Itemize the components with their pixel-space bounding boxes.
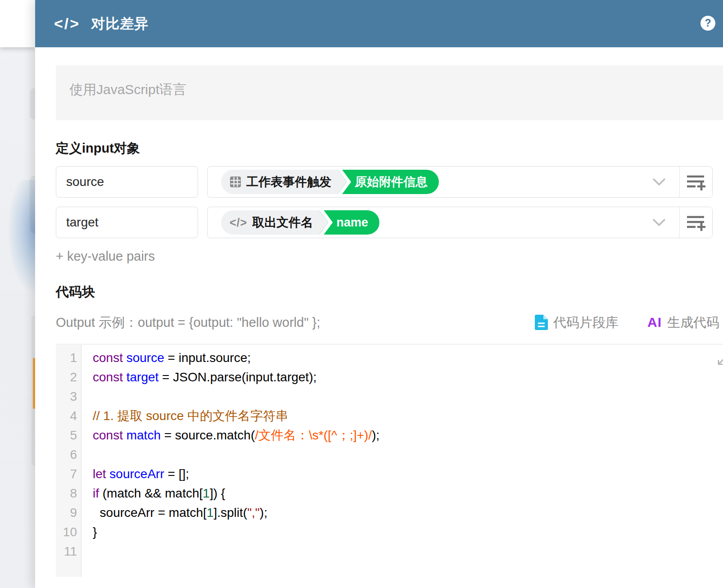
- section-title-code-block: 代码块: [56, 284, 723, 300]
- line-number: 10: [56, 522, 81, 542]
- code-token-keyword: let: [93, 467, 109, 481]
- background-page: [0, 0, 35, 588]
- variable-tag[interactable]: </> 取出文件名 name: [221, 210, 380, 235]
- value-select-source[interactable]: 工作表事件触发 原始附件信息: [207, 166, 713, 198]
- code-block-toolbar-row: Output 示例：output = {output: "hello world…: [56, 313, 723, 331]
- variable-tag[interactable]: 工作表事件触发 原始附件信息: [221, 170, 439, 194]
- code-token-plain: = input.source;: [164, 351, 251, 365]
- code-token-string: ",": [247, 506, 260, 520]
- code-token-plain: sourceArr = match[: [93, 506, 207, 520]
- dialog-header: </> 对比差异 ?: [35, 0, 723, 47]
- line-number: 1: [56, 348, 81, 367]
- code-line[interactable]: const match = source.match(/文件名：\s*([^；;…: [93, 425, 723, 445]
- code-lines[interactable]: const source = input.source;const target…: [82, 345, 723, 578]
- code-token-plain: (match && match[: [103, 486, 203, 500]
- input-row-source: 工作表事件触发 原始附件信息: [56, 166, 723, 198]
- playlist-add-icon: [686, 213, 706, 231]
- selected-variable: </> 取出文件名 name: [208, 210, 639, 235]
- line-number: 5: [56, 425, 81, 445]
- code-token-def: sourceArr: [109, 467, 164, 481]
- tag-target-label: 取出文件名: [252, 214, 313, 231]
- tag-source-value: 原始附件信息: [355, 174, 428, 190]
- section-title-input-def: 定义input对象: [56, 140, 723, 156]
- code-token-number: 1: [207, 506, 214, 520]
- code-gutter: 1234567891011: [56, 345, 81, 577]
- code-token-plain: }: [93, 525, 97, 539]
- dialog-title: 对比差异: [91, 14, 149, 33]
- code-line[interactable]: }: [93, 522, 723, 542]
- code-token-plain: );: [260, 506, 267, 520]
- ai-generate-label: 生成代码: [667, 313, 719, 331]
- value-select-target[interactable]: </> 取出文件名 name: [207, 207, 713, 238]
- insert-variable-button-source[interactable]: [679, 167, 712, 197]
- chevron-down-icon: [652, 218, 666, 226]
- code-icon: </>: [54, 15, 80, 32]
- code-line[interactable]: const source = input.source;: [93, 348, 723, 367]
- code-toolbar: 代码片段库 AI 生成代码: [535, 313, 719, 331]
- line-number: 11: [56, 542, 81, 561]
- code-line[interactable]: [93, 387, 723, 406]
- grid-icon: [230, 176, 241, 188]
- code-editor[interactable]: 1234567891011 const source = input.sourc…: [56, 344, 723, 578]
- input-row-target: </> 取出文件名 name: [56, 207, 723, 238]
- code-token-def: match: [127, 428, 161, 442]
- key-input-target[interactable]: [56, 207, 198, 238]
- selected-variable: 工作表事件触发 原始附件信息: [208, 170, 639, 194]
- key-input-source[interactable]: [56, 166, 198, 198]
- line-number: 7: [56, 464, 81, 484]
- code-line[interactable]: // 1. 提取 source 中的文件名字符串: [93, 406, 723, 425]
- code-token-plain: ]) {: [210, 486, 225, 500]
- code-token-def: target: [127, 370, 159, 384]
- line-number: 4: [56, 406, 81, 425]
- code-line[interactable]: let sourceArr = [];: [93, 464, 723, 484]
- code-dialog: </> 对比差异 ? 定义input对象: [35, 0, 723, 588]
- snippet-library-button[interactable]: 代码片段库: [535, 313, 619, 331]
- code-token-plain: = JSON.parse(input.target);: [158, 370, 316, 384]
- code-token-number: 1: [203, 486, 210, 500]
- background-card-edge: [30, 88, 35, 120]
- code-token-keyword: const: [93, 428, 127, 442]
- line-number: 6: [56, 445, 81, 464]
- code-line[interactable]: [93, 542, 723, 561]
- line-number: 2: [56, 367, 81, 387]
- code-token-plain: ].split(: [213, 506, 247, 520]
- chevron-down-icon: [652, 178, 666, 186]
- ai-icon: AI: [647, 313, 662, 331]
- dialog-body: 定义input对象: [35, 65, 723, 578]
- line-number: 9: [56, 503, 81, 522]
- code-line[interactable]: if (match && match[1]) {: [93, 484, 723, 503]
- add-key-value-link[interactable]: + key-value pairs: [56, 249, 155, 264]
- document-icon: [535, 315, 548, 330]
- code-token-regex: /文件名：\s*([^；;]+)/: [255, 428, 372, 442]
- code-token-keyword: const: [93, 351, 127, 365]
- code-token-comment: // 1. 提取 source 中的文件名字符串: [93, 409, 288, 423]
- code-line[interactable]: [93, 445, 723, 464]
- language-description-input[interactable]: [56, 65, 723, 120]
- playlist-add-icon: [686, 173, 706, 191]
- ai-generate-button[interactable]: AI 生成代码: [647, 313, 719, 331]
- line-number: 3: [56, 387, 81, 406]
- code-token-plain: );: [372, 428, 380, 442]
- collapse-editor-icon[interactable]: [716, 356, 723, 367]
- code-token-keyword: const: [93, 370, 127, 384]
- code-icon: </>: [230, 216, 247, 229]
- tag-source-label: 工作表事件触发: [246, 174, 331, 190]
- question-icon: ?: [705, 18, 711, 28]
- code-token-def: source: [127, 351, 164, 365]
- code-token-plain: = source.match(: [161, 428, 255, 442]
- code-token-plain: = [];: [164, 467, 189, 481]
- tag-target-value: name: [336, 216, 368, 230]
- line-number: 8: [56, 484, 81, 503]
- insert-variable-button-target[interactable]: [679, 207, 712, 238]
- background-card-edge: [30, 176, 35, 233]
- code-token-keyword: if: [93, 486, 103, 500]
- snippet-library-label: 代码片段库: [553, 313, 619, 331]
- code-line[interactable]: sourceArr = match[1].split(",");: [93, 503, 723, 522]
- background-topbar: [0, 0, 35, 47]
- code-line[interactable]: const target = JSON.parse(input.target);: [93, 367, 723, 387]
- help-button[interactable]: ?: [700, 16, 715, 31]
- output-example-hint: Output 示例：output = {output: "hello world…: [56, 313, 320, 331]
